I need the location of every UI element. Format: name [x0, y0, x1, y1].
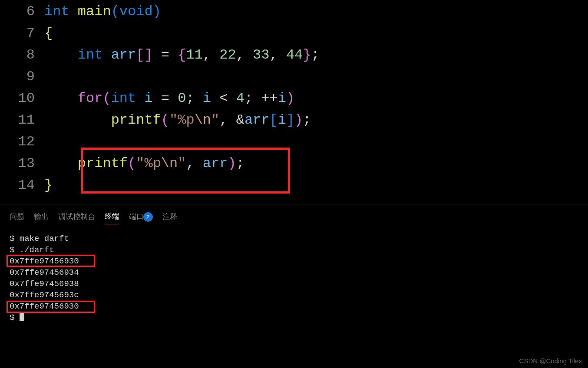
line-number: 6 — [9, 1, 44, 23]
code-line: 12 — [9, 131, 588, 153]
line-number: 9 — [9, 66, 44, 88]
tab-problems[interactable]: 问题 — [10, 212, 24, 224]
code-line: 9 — [9, 66, 588, 88]
tab-ports[interactable]: 端口 2 — [129, 212, 153, 224]
tab-comments[interactable]: 注释 — [162, 212, 177, 224]
code-content: int arr[] = {11, 22, 33, 44}; — [44, 44, 320, 66]
line-number: 13 — [9, 153, 44, 174]
terminal-line: 0x7ffe97456934 — [10, 267, 578, 278]
code-line: 6 int main(void) — [9, 1, 588, 23]
code-content: printf("%p\n", &arr[i]); — [44, 109, 311, 131]
code-content: printf("%p\n", arr); — [44, 153, 244, 174]
terminal-output[interactable]: $ make darft $ ./darft 0x7ffe97456930 0x… — [0, 227, 588, 329]
terminal-line: $ make darft — [10, 233, 578, 244]
code-line: 10 for(int i = 0; i < 4; ++i) — [9, 88, 588, 109]
watermark: CSDN @Coding Tilex — [519, 357, 582, 365]
line-number: 12 — [9, 131, 44, 153]
line-number: 10 — [9, 88, 44, 109]
terminal-line: 0x7ffe9745693c — [10, 289, 578, 301]
code-content: int main(void) — [44, 1, 161, 23]
code-content: for(int i = 0; i < 4; ++i) — [44, 88, 294, 109]
bottom-panel: 问题 输出 调试控制台 终端 端口 2 注释 $ make darft $ ./… — [0, 204, 588, 368]
terminal-line: 0x7ffe97456930 — [10, 301, 578, 312]
tab-ports-label: 端口 — [129, 213, 144, 221]
line-number: 14 — [9, 174, 44, 196]
code-line: 11 printf("%p\n", &arr[i]); — [9, 109, 588, 131]
terminal-line: $ ./darft — [10, 244, 578, 256]
terminal-line: 0x7ffe97456930 — [10, 256, 578, 267]
terminal-cursor — [20, 312, 24, 321]
code-editor[interactable]: 6 int main(void) 7 { 8 int arr[] = {11, … — [0, 0, 588, 204]
line-number: 7 — [9, 23, 44, 44]
terminal-line: 0x7ffe97456938 — [10, 278, 578, 289]
code-content: } — [44, 174, 53, 196]
panel-tabs: 问题 输出 调试控制台 终端 端口 2 注释 — [0, 208, 588, 227]
code-line: 14 } — [9, 174, 588, 196]
line-number: 11 — [9, 109, 44, 131]
code-line: 7 { — [9, 23, 588, 44]
ports-badge: 2 — [143, 212, 153, 222]
tab-debug-console[interactable]: 调试控制台 — [58, 212, 95, 224]
line-number: 8 — [9, 44, 44, 66]
terminal-line: $ — [10, 312, 578, 323]
code-line: 8 int arr[] = {11, 22, 33, 44}; — [9, 44, 588, 66]
code-content: { — [44, 23, 53, 44]
tab-output[interactable]: 输出 — [34, 212, 49, 224]
code-line: 13 printf("%p\n", arr); — [9, 153, 588, 174]
tab-terminal[interactable]: 终端 — [105, 211, 119, 224]
